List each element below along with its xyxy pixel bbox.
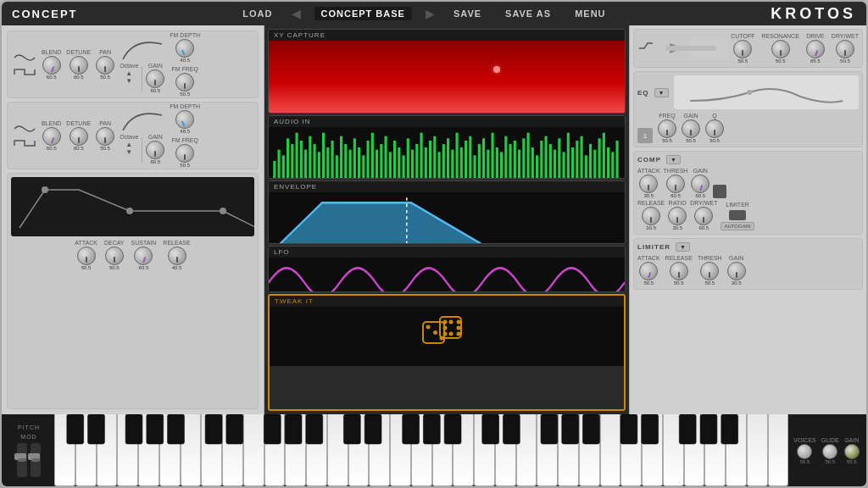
eq-dropdown[interactable]: ▼ [654, 88, 669, 97]
osc2-detune-knob[interactable] [70, 127, 88, 146]
load-button[interactable]: LOAD [237, 7, 277, 20]
limiter-gain-knob[interactable] [727, 262, 746, 280]
white-key[interactable] [306, 414, 327, 486]
limiter-thresh-knob[interactable] [700, 262, 719, 280]
comp-ratio-knob[interactable] [668, 207, 687, 225]
filter-dry-wet-knob[interactable] [836, 40, 854, 58]
white-key[interactable] [432, 414, 453, 486]
osc2-gain-knob[interactable] [146, 141, 164, 159]
decay-knob[interactable] [105, 247, 124, 265]
audio-in-section: AUDIO IN [268, 115, 626, 179]
xy-capture-section: XY CAPTURE [268, 29, 626, 114]
osc1-detune-knob[interactable] [70, 56, 88, 75]
piano-gain-knob[interactable] [844, 444, 860, 459]
comp-dry-wet-knob[interactable] [694, 207, 713, 225]
osc1-pan-knob[interactable] [96, 56, 114, 75]
white-key[interactable] [747, 414, 768, 486]
white-key[interactable] [54, 414, 75, 486]
eq-q-knob[interactable] [705, 119, 724, 138]
white-key[interactable] [579, 414, 600, 486]
comp-attack-knob[interactable] [639, 175, 658, 193]
osc2-fm-freq-knob[interactable] [175, 144, 194, 163]
next-preset-button[interactable]: ▶ [426, 7, 435, 20]
osc1-octave-down[interactable]: ▼ [125, 77, 132, 85]
comp-release-knob[interactable] [642, 207, 660, 225]
white-key[interactable] [97, 414, 118, 486]
mod-slider[interactable] [31, 443, 41, 477]
glide-knob[interactable] [822, 444, 837, 459]
white-key[interactable] [327, 414, 348, 486]
osc1-fm-freq-knob[interactable] [175, 73, 194, 92]
osc2-blend-knob[interactable] [42, 127, 61, 146]
svg-rect-35 [415, 144, 418, 179]
attack-knob[interactable] [77, 247, 96, 265]
white-key[interactable] [181, 414, 202, 486]
comp-dropdown[interactable]: ▼ [666, 155, 681, 164]
white-key[interactable] [285, 414, 306, 486]
white-key[interactable] [495, 414, 516, 486]
tweak-it-display[interactable] [270, 307, 624, 366]
comp-thresh-knob[interactable] [666, 175, 685, 193]
limiter-toggle[interactable] [729, 210, 746, 220]
sustain-knob[interactable] [134, 247, 153, 265]
white-key[interactable] [726, 414, 747, 486]
white-key[interactable] [159, 414, 181, 486]
white-key[interactable] [138, 414, 159, 486]
white-key[interactable] [663, 414, 684, 486]
osc2-waveform-selector[interactable] [13, 123, 36, 149]
svg-rect-23 [362, 155, 364, 179]
resonance-knob[interactable] [771, 40, 790, 58]
white-key[interactable] [75, 414, 97, 486]
autogain-button[interactable]: AUTOGAIN [721, 222, 754, 230]
white-key[interactable] [537, 414, 558, 486]
white-key[interactable] [558, 414, 579, 486]
white-key[interactable] [768, 414, 789, 486]
limiter-release-knob[interactable] [670, 262, 688, 280]
osc1-blend-knob[interactable] [42, 56, 61, 75]
white-key[interactable] [620, 414, 642, 486]
osc1-waveform-selector[interactable] [13, 52, 36, 78]
comp-gain-knob[interactable] [691, 175, 709, 193]
osc1-octave-up[interactable]: ▲ [125, 69, 132, 77]
white-key[interactable] [117, 414, 138, 486]
white-key[interactable] [201, 414, 222, 486]
white-key[interactable] [704, 414, 726, 486]
pitch-slider[interactable] [17, 443, 27, 477]
white-key[interactable] [684, 414, 705, 486]
voices-knob[interactable] [797, 444, 812, 459]
white-key[interactable] [642, 414, 663, 486]
limiter-attack-knob[interactable] [639, 262, 658, 280]
white-key[interactable] [348, 414, 370, 486]
limiter-dropdown[interactable]: ▼ [676, 242, 690, 252]
eq-gain-knob[interactable] [682, 119, 700, 138]
white-key[interactable] [390, 414, 411, 486]
save-as-button[interactable]: SAVE AS [500, 7, 556, 20]
svg-rect-13 [318, 152, 320, 179]
white-key[interactable] [453, 414, 474, 486]
osc2-fm-depth-knob[interactable] [175, 110, 194, 129]
white-key[interactable] [222, 414, 243, 486]
cutoff-knob[interactable] [733, 40, 752, 58]
white-key[interactable] [243, 414, 264, 486]
save-button[interactable]: SAVE [448, 7, 487, 20]
white-key[interactable] [516, 414, 537, 486]
release-knob[interactable] [168, 247, 186, 265]
drive-knob[interactable] [806, 40, 825, 58]
eq-freq-knob[interactable] [658, 119, 676, 138]
piano-keys[interactable] [54, 414, 788, 486]
svg-rect-56 [509, 144, 512, 179]
white-key[interactable] [264, 414, 286, 486]
white-key[interactable] [474, 414, 495, 486]
white-key[interactable] [600, 414, 621, 486]
osc2-pan-knob[interactable] [96, 127, 114, 146]
osc1-gain-knob[interactable] [146, 69, 164, 88]
osc2-octave-down[interactable]: ▼ [125, 148, 132, 156]
white-key[interactable] [369, 414, 390, 486]
xy-capture-display[interactable] [269, 41, 625, 114]
white-key[interactable] [411, 414, 432, 486]
prev-preset-button[interactable]: ◀ [292, 7, 301, 20]
menu-button[interactable]: MENU [570, 7, 610, 20]
osc1-fm-depth-knob[interactable] [175, 39, 194, 58]
svg-point-1 [126, 208, 133, 214]
osc2-octave-up[interactable]: ▲ [125, 141, 132, 148]
